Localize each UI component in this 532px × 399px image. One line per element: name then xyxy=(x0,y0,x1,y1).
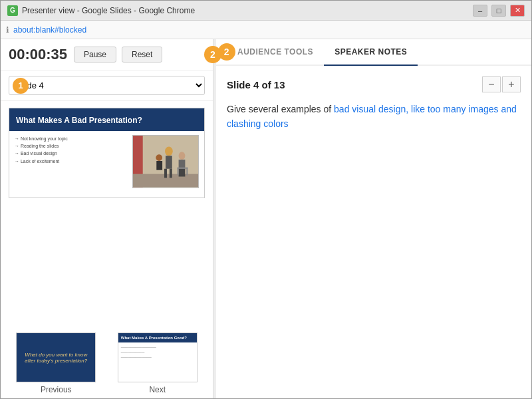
slide-preview-header: What Makes A Bad Presentation? xyxy=(9,108,204,131)
next-thumb-lines: ─────────────── ────────── ───────────── xyxy=(118,342,197,363)
address-bar: ℹ about:blank#blocked xyxy=(1,21,531,39)
svg-rect-13 xyxy=(178,168,179,176)
slide-preview-title: What Makes A Bad Presentation? xyxy=(16,116,142,125)
previous-thumbnail-container[interactable]: What do you want to know after today's p… xyxy=(9,332,104,394)
next-thumb-header: What Makes A Presentation Good? xyxy=(118,333,197,342)
window-controls: – □ ✕ xyxy=(473,5,525,17)
presenter-toolbar: 00:00:35 Pause Reset 2 xyxy=(1,39,213,70)
app-icon: G xyxy=(7,5,18,16)
svg-rect-12 xyxy=(178,168,188,169)
minimize-button[interactable]: – xyxy=(473,5,487,17)
svg-point-3 xyxy=(165,146,173,156)
next-thumbnail-container[interactable]: What Makes A Presentation Good? ────────… xyxy=(110,332,205,394)
nav-thumbnails: What do you want to know after today's p… xyxy=(1,327,213,399)
slide-preview-image xyxy=(132,135,199,188)
svg-rect-4 xyxy=(166,156,172,169)
left-panel: 00:00:35 Pause Reset 2 1 Slide 4 What Ma… xyxy=(1,39,213,399)
timer-display: 00:00:35 xyxy=(9,46,68,63)
svg-point-10 xyxy=(156,154,162,161)
pause-button[interactable]: Pause xyxy=(74,47,116,63)
address-url: about:blank#blocked xyxy=(13,25,86,35)
svg-rect-11 xyxy=(156,161,162,170)
next-label: Next xyxy=(149,385,166,394)
svg-rect-6 xyxy=(170,169,172,178)
zoom-controls: − + xyxy=(482,76,521,92)
tab-audience-tools[interactable]: 2 AUDIENCE TOOLS xyxy=(227,39,324,65)
slide-dropdown[interactable]: Slide 4 xyxy=(9,76,205,95)
badge-2-icon: 2 xyxy=(204,46,221,63)
prev-thumb-text: What do you want to know after today's p… xyxy=(22,352,90,364)
bullet-3: → Bad visual design xyxy=(15,150,132,157)
svg-rect-5 xyxy=(164,169,167,178)
slide-info-title: Slide 4 of 13 xyxy=(227,79,285,90)
highlighted-text: bad visual design, like too many images … xyxy=(227,104,517,129)
svg-rect-9 xyxy=(179,169,186,177)
next-thumbnail[interactable]: What Makes A Presentation Good? ────────… xyxy=(118,332,198,382)
bullet-2: → Reading the slides xyxy=(15,142,132,150)
close-button[interactable]: ✕ xyxy=(510,5,525,17)
prev-thumb-bg: What do you want to know after today's p… xyxy=(17,333,95,382)
speaker-notes-area: Slide 4 of 13 − + Give several examples … xyxy=(216,66,531,399)
right-panel: 2 AUDIENCE TOOLS SPEAKER NOTES Slide 4 o… xyxy=(216,39,531,399)
current-slide-preview: What Makes A Bad Presentation? → Not kno… xyxy=(9,108,205,198)
zoom-in-button[interactable]: + xyxy=(502,76,521,92)
info-icon: ℹ xyxy=(6,25,9,35)
reset-button[interactable]: Reset xyxy=(122,47,162,63)
svg-point-7 xyxy=(179,152,186,160)
slide-info-row: Slide 4 of 13 − + xyxy=(227,76,521,92)
title-bar: G Presenter view - Google Slides - Googl… xyxy=(1,1,531,21)
main-content: 00:00:35 Pause Reset 2 1 Slide 4 What Ma… xyxy=(1,39,531,399)
bullet-1: → Not knowing your topic xyxy=(15,135,132,142)
bullet-4: → Lack of excitement xyxy=(15,158,132,165)
next-thumb-bg: What Makes A Presentation Good? ────────… xyxy=(118,333,197,382)
svg-rect-14 xyxy=(186,168,188,176)
speaker-notes-text: Give several examples of bad visual desi… xyxy=(227,102,521,132)
tab-bar: 2 AUDIENCE TOOLS SPEAKER NOTES xyxy=(216,39,531,66)
badge-1-icon: 1 xyxy=(13,78,29,94)
zoom-out-button[interactable]: − xyxy=(482,76,501,92)
tab-speaker-notes[interactable]: SPEAKER NOTES xyxy=(324,39,418,65)
slide-bullets: → Not knowing your topic → Reading the s… xyxy=(15,135,132,194)
window-title: Presenter view - Google Slides - Google … xyxy=(22,6,473,15)
slide-selector-bar: 1 Slide 4 xyxy=(1,70,213,101)
slide-preview-content: → Not knowing your topic → Reading the s… xyxy=(9,131,204,198)
maximize-button[interactable]: □ xyxy=(491,5,506,17)
previous-thumbnail[interactable]: What do you want to know after today's p… xyxy=(16,332,96,382)
previous-label: Previous xyxy=(41,385,72,394)
